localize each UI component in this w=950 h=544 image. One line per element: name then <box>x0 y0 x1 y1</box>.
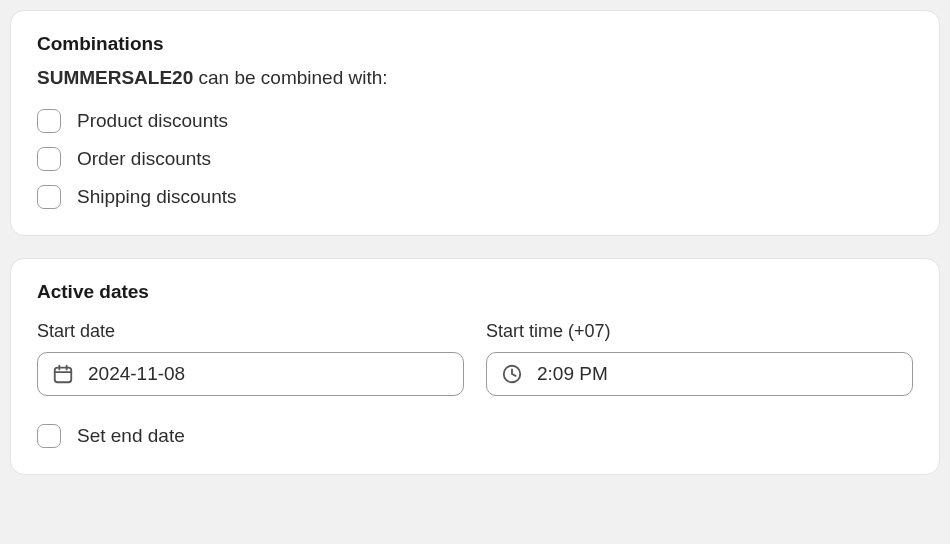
start-date-value: 2024-11-08 <box>88 363 185 385</box>
checkbox-label: Set end date <box>77 425 185 447</box>
combo-option-product-discounts[interactable]: Product discounts <box>37 109 913 133</box>
checkbox-product-discounts[interactable] <box>37 109 61 133</box>
combinations-subtext: SUMMERSALE20 can be combined with: <box>37 67 913 89</box>
set-end-date-row[interactable]: Set end date <box>37 424 913 448</box>
combinations-title: Combinations <box>37 33 913 55</box>
start-date-field: Start date 2024-11-08 <box>37 321 464 396</box>
checkbox-shipping-discounts[interactable] <box>37 185 61 209</box>
combo-option-order-discounts[interactable]: Order discounts <box>37 147 913 171</box>
combo-option-shipping-discounts[interactable]: Shipping discounts <box>37 185 913 209</box>
clock-icon <box>501 363 523 385</box>
discount-code: SUMMERSALE20 <box>37 67 193 88</box>
checkbox-order-discounts[interactable] <box>37 147 61 171</box>
checkbox-label: Order discounts <box>77 148 211 170</box>
checkbox-label: Shipping discounts <box>77 186 237 208</box>
combinations-suffix: can be combined with: <box>199 67 388 88</box>
start-date-label: Start date <box>37 321 464 342</box>
start-time-label: Start time (+07) <box>486 321 913 342</box>
start-date-input[interactable]: 2024-11-08 <box>37 352 464 396</box>
start-time-input[interactable]: 2:09 PM <box>486 352 913 396</box>
calendar-icon <box>52 363 74 385</box>
active-dates-title: Active dates <box>37 281 913 303</box>
active-dates-card: Active dates Start date 2024-11-08 Start… <box>10 258 940 475</box>
checkbox-set-end-date[interactable] <box>37 424 61 448</box>
checkbox-label: Product discounts <box>77 110 228 132</box>
start-time-field: Start time (+07) 2:09 PM <box>486 321 913 396</box>
combinations-card: Combinations SUMMERSALE20 can be combine… <box>10 10 940 236</box>
svg-rect-0 <box>55 368 72 383</box>
start-time-value: 2:09 PM <box>537 363 608 385</box>
